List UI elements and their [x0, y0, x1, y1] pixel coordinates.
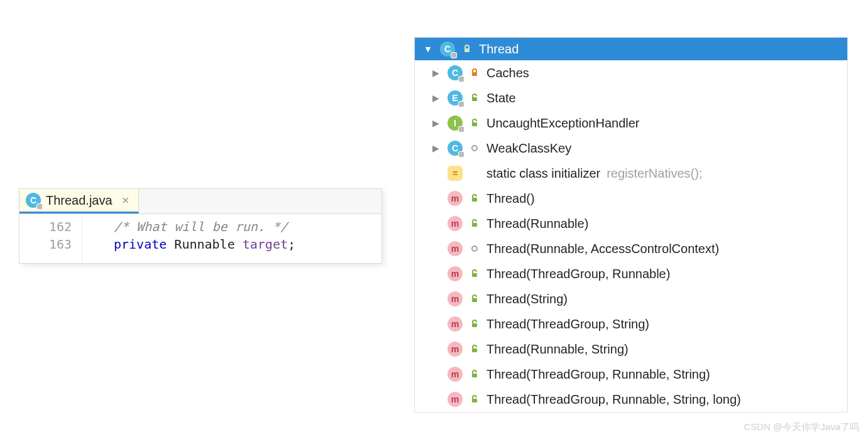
visibility-icon	[469, 294, 480, 303]
class-icon: C	[440, 41, 455, 57]
editor-body: 162 163 /* What will be run. */ private …	[19, 214, 382, 263]
member-name: UncaughtExceptionHandler	[486, 114, 640, 132]
editor-code[interactable]: /* What will be run. */ private Runnable…	[82, 214, 295, 263]
structure-body: ▶CCaches▶EState▶IUncaughtExceptionHandle…	[415, 60, 847, 412]
method-icon: m	[448, 266, 463, 281]
identifier-token: target	[243, 237, 288, 252]
line-number: 163	[19, 235, 82, 253]
member-name: Thread(Runnable, AccessControlContext)	[486, 240, 719, 257]
svg-rect-13	[472, 399, 477, 402]
keyword-token: private	[114, 237, 167, 252]
svg-rect-9	[472, 298, 477, 302]
visibility-icon	[469, 395, 480, 404]
collapse-icon[interactable]: ▼	[422, 44, 434, 54]
svg-point-7	[472, 246, 477, 251]
editor-panel: C Thread.java ✕ 162 163 /* What will be …	[19, 188, 382, 264]
visibility-icon	[469, 144, 480, 152]
editor-gutter: 162 163	[19, 214, 82, 263]
method-icon: m	[448, 342, 463, 357]
visibility-icon	[469, 320, 480, 328]
enum-icon: E	[448, 90, 463, 105]
member-name: Thread(ThreadGroup, Runnable, String, lo…	[486, 391, 741, 408]
class-icon: C	[26, 193, 41, 208]
member-name: static class initializer	[486, 165, 600, 182]
structure-item[interactable]: mThread(String)	[415, 286, 847, 311]
member-name: Thread(Runnable, String)	[486, 340, 629, 358]
editor-tabs: C Thread.java ✕	[19, 189, 382, 214]
svg-rect-2	[472, 97, 477, 101]
editor-tab-label: Thread.java	[46, 193, 113, 208]
svg-rect-10	[472, 323, 477, 327]
svg-point-4	[472, 146, 477, 151]
visibility-icon	[469, 94, 480, 102]
expand-icon[interactable]: ▶	[430, 139, 441, 157]
visibility-icon	[469, 370, 480, 379]
member-name: Thread(ThreadGroup, Runnable)	[486, 265, 670, 283]
structure-item[interactable]: ▶CWeakClassKey	[415, 136, 847, 161]
visibility-icon	[469, 68, 480, 77]
expand-icon[interactable]: ▶	[430, 89, 441, 107]
svg-rect-6	[472, 223, 477, 227]
method-icon: m	[448, 216, 463, 231]
structure-item[interactable]: mThread(ThreadGroup, Runnable, String, l…	[415, 387, 847, 412]
expand-icon[interactable]: ▶	[430, 64, 441, 82]
expand-icon[interactable]: ▶	[430, 114, 441, 132]
visibility-icon	[469, 345, 480, 353]
svg-rect-12	[472, 374, 477, 377]
iface-icon: I	[448, 116, 463, 131]
line-number: 162	[19, 218, 82, 235]
visibility-icon	[469, 245, 480, 252]
visibility-icon	[469, 194, 480, 203]
method-icon: m	[448, 367, 463, 382]
structure-item[interactable]: =static class initializer registerNative…	[415, 161, 847, 186]
member-name: WeakClassKey	[486, 139, 571, 157]
svg-rect-11	[472, 348, 477, 352]
static-icon: =	[448, 166, 463, 181]
structure-item[interactable]: mThread(ThreadGroup, String)	[415, 311, 847, 337]
structure-item[interactable]: ▶CCaches	[415, 60, 847, 85]
member-name: Thread(Runnable)	[486, 215, 588, 232]
punct-token: ;	[288, 237, 295, 252]
watermark: CSDN @今天你学Java了吗	[744, 421, 859, 433]
structure-item[interactable]: ▶IUncaughtExceptionHandler	[415, 111, 847, 136]
svg-rect-5	[472, 198, 477, 202]
class-icon: C	[448, 65, 463, 80]
svg-rect-3	[472, 122, 477, 126]
method-icon: m	[448, 241, 463, 256]
code-line: /* What will be run. */	[114, 218, 295, 235]
member-name: Caches	[486, 64, 529, 82]
member-name: State	[486, 89, 516, 107]
member-extra: registerNatives();	[607, 165, 702, 182]
member-name: Thread(ThreadGroup, Runnable, String)	[486, 365, 710, 383]
svg-rect-1	[472, 72, 477, 76]
class-name: Thread	[479, 42, 519, 57]
structure-item[interactable]: ▶EState	[415, 85, 847, 111]
visibility-icon	[461, 45, 473, 53]
close-icon[interactable]: ✕	[121, 195, 129, 207]
member-name: Thread()	[486, 190, 535, 207]
structure-header[interactable]: ▼ C Thread	[415, 38, 847, 60]
comment-token: /* What will be run. */	[114, 219, 288, 234]
structure-item[interactable]: mThread(ThreadGroup, Runnable)	[415, 261, 847, 286]
member-name: Thread(String)	[486, 290, 568, 308]
structure-item[interactable]: mThread()	[415, 186, 847, 211]
visibility-icon	[469, 119, 480, 127]
structure-item[interactable]: mThread(Runnable, String)	[415, 337, 847, 362]
svg-rect-8	[472, 273, 477, 277]
method-icon: m	[448, 316, 463, 332]
method-icon: m	[448, 392, 463, 407]
visibility-icon	[469, 219, 480, 228]
structure-item[interactable]: mThread(ThreadGroup, Runnable, String)	[415, 362, 847, 387]
svg-rect-0	[464, 48, 470, 52]
code-line: private Runnable target;	[114, 235, 295, 253]
class-icon: C	[448, 141, 463, 156]
method-icon: m	[448, 191, 463, 206]
member-name: Thread(ThreadGroup, String)	[486, 315, 649, 333]
structure-item[interactable]: mThread(Runnable)	[415, 211, 847, 236]
structure-panel: ▼ C Thread ▶CCaches▶EState▶IUncaughtExce…	[414, 37, 848, 413]
method-icon: m	[448, 291, 463, 306]
editor-tab-thread[interactable]: C Thread.java ✕	[19, 189, 139, 213]
type-token: Runnable	[174, 237, 234, 252]
structure-item[interactable]: mThread(Runnable, AccessControlContext)	[415, 236, 847, 261]
visibility-icon	[469, 269, 480, 278]
